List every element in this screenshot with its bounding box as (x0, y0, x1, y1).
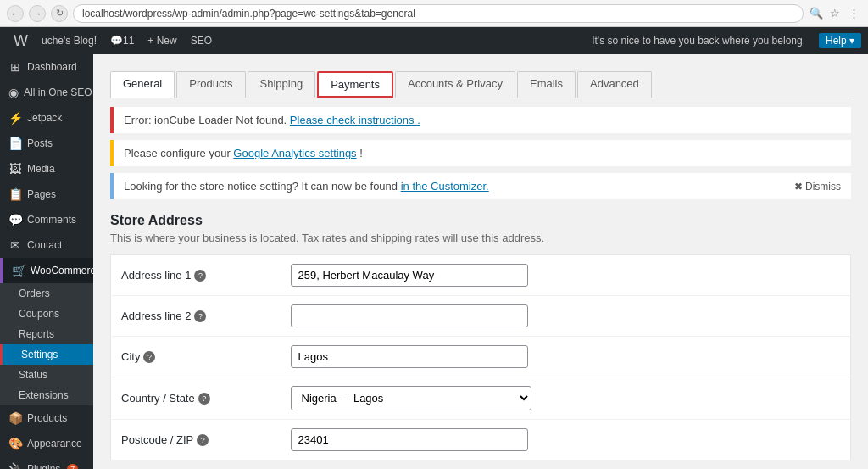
address-line-2-help-icon[interactable]: ? (194, 310, 206, 322)
sidebar-item-pages[interactable]: 📋 Pages (0, 181, 93, 207)
tab-shipping[interactable]: Shipping (248, 71, 316, 98)
contact-icon: ✉ (8, 238, 22, 252)
pages-icon: 📋 (8, 187, 22, 201)
tab-payments[interactable]: Payments (317, 71, 393, 98)
address-line-2-label: Address line 2 (121, 310, 191, 322)
jetpack-icon: ⚡ (8, 111, 22, 125)
sidebar-item-orders[interactable]: Orders (0, 283, 93, 304)
sidebar-item-label: WooCommerce (31, 265, 93, 276)
sidebar-item-posts[interactable]: 📄 Posts (0, 131, 93, 156)
refresh-button[interactable]: ↻ (51, 5, 68, 22)
sidebar-item-contact[interactable]: ✉ Contact (0, 232, 93, 258)
url-bar[interactable] (73, 4, 804, 23)
products-icon: 📦 (8, 411, 22, 425)
city-row: City ? (111, 337, 851, 377)
country-state-label: Country / State (121, 392, 195, 405)
dashboard-icon: ⊞ (8, 60, 22, 74)
notice-warning-after: ! (359, 147, 363, 159)
address-line-1-help-icon[interactable]: ? (194, 270, 206, 282)
country-state-help-icon[interactable]: ? (198, 393, 210, 405)
tab-emails[interactable]: Emails (517, 71, 576, 98)
tab-products[interactable]: Products (176, 71, 245, 98)
address-line-2-input[interactable] (291, 304, 528, 327)
sidebar-item-appearance[interactable]: 🎨 Appearance (0, 431, 93, 456)
sidebar-item-woocommerce[interactable]: 🛒 WooCommerce (0, 258, 93, 283)
help-button[interactable]: Help ▾ (819, 33, 861, 48)
sidebar-item-status[interactable]: Status (0, 365, 93, 385)
notice-error-link[interactable]: Please check instructions . (290, 114, 420, 126)
search-icon[interactable]: 🔍 (809, 6, 824, 21)
reports-label: Reports (19, 328, 54, 340)
postcode-row: Postcode / ZIP ? (111, 420, 851, 461)
address-line-1-label: Address line 1 (121, 269, 191, 282)
tab-accounts-privacy[interactable]: Accounts & Privacy (395, 71, 515, 98)
seo-menu[interactable]: SEO (184, 27, 219, 54)
city-help-icon[interactable]: ? (143, 351, 155, 363)
sidebar-item-label: Media (27, 163, 55, 175)
store-address-title: Store Address (110, 213, 851, 228)
sidebar-item-jetpack[interactable]: ⚡ Jetpack (0, 105, 93, 131)
seo-icon: ◉ (8, 86, 19, 99)
plugins-badge: 7 (67, 464, 78, 469)
settings-label: Settings (21, 349, 58, 360)
woocommerce-submenu: Orders Coupons Reports Settings Status E… (0, 283, 93, 405)
comments-count[interactable]: 💬 11 (103, 27, 141, 54)
sidebar: ⊞ Dashboard ◉ All in One SEO ⚡ Jetpack 📄… (0, 54, 93, 469)
sidebar-item-label: Pages (27, 188, 56, 200)
notice-customizer: Looking for the store notice setting? It… (110, 173, 851, 199)
notice-warning-text: Please configure your (124, 147, 233, 159)
address-line-2-row: Address line 2 ? (111, 296, 851, 337)
comments-icon: 💬 (8, 213, 22, 226)
sidebar-item-label: Appearance (27, 438, 82, 449)
address-line-1-row: Address line 1 ? (111, 255, 851, 296)
sidebar-item-label: Products (27, 412, 67, 424)
notice-dismiss-button[interactable]: ✖ Dismiss (794, 181, 841, 193)
notice-customizer-link[interactable]: in the Customizer. (401, 180, 489, 193)
forward-button[interactable]: → (29, 5, 46, 22)
status-label: Status (19, 369, 47, 381)
country-state-select[interactable]: Nigeria — Lagos (291, 386, 531, 410)
sidebar-item-label: Dashboard (27, 61, 77, 73)
postcode-label: Postcode / ZIP (121, 433, 193, 446)
coupons-label: Coupons (19, 308, 59, 320)
sidebar-item-plugins[interactable]: 🔌 Plugins 7 (0, 456, 93, 469)
country-state-row: Country / State ? Nigeria — Lagos (111, 377, 851, 420)
sidebar-item-reports[interactable]: Reports (0, 324, 93, 344)
new-content[interactable]: + New (141, 27, 183, 54)
notice-ioncube: Error: ionCube Loader Not found. Please … (110, 107, 851, 133)
sidebar-item-comments[interactable]: 💬 Comments (0, 207, 93, 232)
plugins-icon: 🔌 (8, 462, 22, 469)
star-icon[interactable]: ☆ (827, 6, 843, 21)
posts-icon: 📄 (8, 137, 22, 150)
appearance-icon: 🎨 (8, 437, 22, 450)
sidebar-item-extensions[interactable]: Extensions (0, 385, 93, 405)
sidebar-item-allinone-seo[interactable]: ◉ All in One SEO (0, 80, 93, 105)
sidebar-item-dashboard[interactable]: ⊞ Dashboard (0, 54, 93, 80)
sidebar-item-coupons[interactable]: Coupons (0, 304, 93, 324)
site-name[interactable]: uche's Blog! (35, 27, 103, 54)
settings-tabs: General Products Shipping Payments Accou… (110, 71, 851, 98)
store-address-table: Address line 1 ? Address line 2 ? (110, 254, 851, 461)
back-button[interactable]: ← (7, 5, 24, 22)
tab-general[interactable]: General (110, 71, 175, 98)
woocommerce-icon: 🛒 (12, 264, 25, 277)
notice-analytics: Please configure your Google Analytics s… (110, 140, 851, 166)
sidebar-item-settings[interactable]: Settings (0, 344, 93, 365)
sidebar-item-label: All in One SEO (24, 87, 92, 98)
notice-analytics-link[interactable]: Google Analytics settings (233, 147, 356, 159)
sidebar-item-label: Contact (27, 239, 62, 251)
wp-logo[interactable]: W (7, 27, 35, 54)
tab-advanced[interactable]: Advanced (577, 71, 652, 98)
postcode-help-icon[interactable]: ? (197, 434, 209, 446)
city-input[interactable] (291, 345, 528, 368)
media-icon: 🖼 (8, 162, 22, 176)
menu-icon[interactable]: ⋮ (846, 6, 861, 21)
notice-error-text: Error: ionCube Loader Not found. (124, 114, 290, 126)
extensions-label: Extensions (19, 389, 69, 401)
sidebar-item-media[interactable]: 🖼 Media (0, 156, 93, 181)
sidebar-item-label: Posts (27, 137, 53, 149)
sidebar-item-products[interactable]: 📦 Products (0, 405, 93, 431)
address-line-1-input[interactable] (291, 264, 528, 287)
howdy-message: It's so nice to have you back where you … (585, 27, 812, 54)
postcode-input[interactable] (291, 428, 528, 451)
